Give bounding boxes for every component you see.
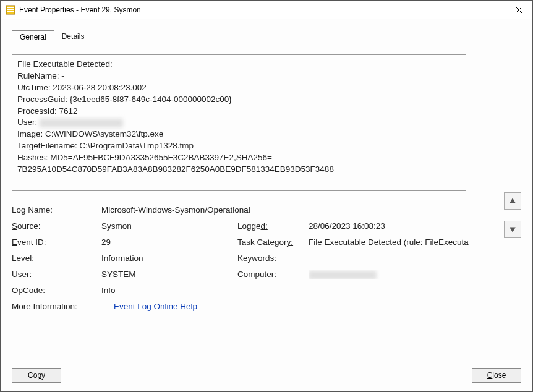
tab-details[interactable]: Details	[54, 30, 92, 44]
event-line: 7B295A10D54C870D59FAB3A83A8B983282F6250A…	[17, 164, 334, 174]
keywords-label: Keywords:	[237, 254, 309, 263]
client-area: General Details File Executable Detected…	[1, 19, 532, 391]
log-properties-grid: Log Name: Microsoft-Windows-Sysmon/Opera…	[12, 202, 469, 315]
event-line: Hashes: MD5=AF95FBCF9DA33352655F3C2BAB33…	[17, 153, 272, 162]
log-name-label: Log Name:	[12, 205, 101, 215]
text: Compute	[237, 270, 271, 279]
text: U	[12, 270, 18, 279]
computer-value	[309, 270, 469, 279]
opcode-label: OpCode:	[12, 286, 101, 295]
text: r:	[271, 270, 276, 279]
dialog-footer: Copy Close	[12, 368, 521, 383]
event-line: TargetFilename: C:\ProgramData\Tmp1328.t…	[17, 141, 194, 150]
redacted-computer	[309, 271, 377, 279]
opcode-value: Info	[101, 286, 237, 295]
eventid-label: Event ID:	[12, 237, 101, 247]
nav-buttons	[504, 192, 521, 238]
text: vent ID:	[17, 237, 46, 247]
level-label: Level:	[12, 254, 101, 263]
text: y	[41, 371, 45, 380]
source-label: Source:	[12, 221, 101, 231]
prev-event-button[interactable]	[504, 192, 521, 210]
next-event-button[interactable]	[504, 221, 521, 238]
app-icon	[6, 5, 15, 15]
computer-label: Computer:	[237, 270, 309, 279]
close-icon[interactable]	[508, 1, 530, 19]
text: L	[12, 254, 17, 263]
moreinfo-label: More Information:	[12, 302, 114, 311]
svg-rect-1	[7, 7, 14, 8]
text: ser:	[18, 270, 32, 279]
event-line: ProcessId: 7612	[17, 106, 78, 116]
event-line: RuleName: -	[17, 71, 64, 80]
event-line: File Executable Detected:	[17, 59, 113, 69]
text: y:	[287, 237, 294, 247]
svg-marker-7	[510, 227, 516, 232]
event-log-online-help-link[interactable]: Event Log Online Help	[114, 302, 197, 311]
text: ource:	[17, 221, 41, 231]
text: K	[237, 254, 243, 263]
text: Co	[28, 371, 37, 380]
svg-rect-3	[7, 11, 14, 12]
logged-value: 28/06/2023 16:08:23	[309, 221, 469, 231]
taskcat-label: Task Category:	[237, 237, 309, 247]
svg-marker-6	[510, 198, 516, 203]
text: C	[487, 371, 493, 380]
text: Log Name:	[12, 205, 53, 215]
source-value: Sysmon	[101, 221, 237, 231]
text: eywords:	[243, 254, 276, 263]
log-name-value: Microsoft-Windows-Sysmon/Operational	[101, 205, 250, 215]
text: lose	[492, 371, 506, 380]
text: p	[37, 371, 41, 380]
level-value: Information	[101, 254, 237, 263]
text: Logge	[237, 221, 261, 231]
taskcat-value: File Executable Detected (rule: FileExec…	[309, 237, 469, 247]
event-line: UtcTime: 2023-06-28 20:08:23.002	[17, 83, 147, 92]
logged-label: Logged:	[237, 221, 309, 231]
tab-body: File Executable Detected: RuleName: - Ut…	[12, 43, 521, 315]
event-line: Image: C:\WINDOWS\system32\ftp.exe	[17, 129, 163, 138]
text: evel:	[17, 254, 35, 263]
text: pCode:	[19, 286, 46, 295]
arrow-up-icon	[509, 197, 516, 205]
text: d:	[261, 221, 268, 231]
arrow-down-icon	[509, 226, 516, 233]
close-button[interactable]: Close	[472, 368, 521, 383]
text: Task Categor	[237, 237, 287, 247]
tabstrip: General Details	[12, 30, 521, 44]
svg-rect-2	[7, 9, 14, 10]
titlebar: Event Properties - Event 29, Sysmon	[1, 1, 532, 19]
event-properties-window: Event Properties - Event 29, Sysmon Gene…	[0, 0, 533, 392]
text: E	[12, 237, 17, 247]
event-line: ProcessGuid: {3e1eed65-8f87-649c-1404-00…	[17, 95, 232, 104]
text: S	[12, 221, 17, 231]
event-description-box[interactable]: File Executable Detected: RuleName: - Ut…	[12, 54, 466, 191]
redacted-user	[40, 119, 123, 127]
window-title: Event Properties - Event 29, Sysmon	[19, 6, 508, 14]
text: O	[12, 286, 19, 295]
tab-general[interactable]: General	[12, 30, 54, 44]
event-line-user-prefix: User:	[17, 117, 40, 127]
eventid-value: 29	[101, 237, 237, 247]
user-label: User:	[12, 270, 101, 279]
copy-button[interactable]: Copy	[12, 368, 61, 383]
user-value: SYSTEM	[101, 270, 237, 279]
